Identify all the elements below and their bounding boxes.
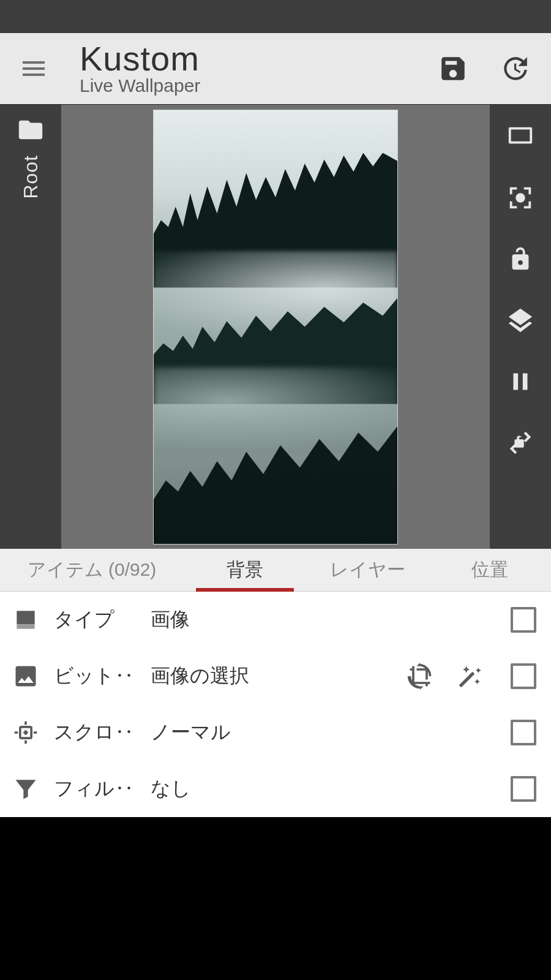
row-checkbox[interactable] <box>511 607 536 633</box>
app-subtitle: Live Wallpaper <box>80 75 416 96</box>
menu-button[interactable] <box>6 41 61 96</box>
magic-button[interactable] <box>453 659 487 693</box>
crop-rotate-icon <box>407 663 433 690</box>
filter-icon <box>10 773 42 805</box>
magic-wand-icon <box>457 663 484 690</box>
monitor-icon <box>506 123 534 151</box>
row-label: スクロ‥ <box>54 719 138 746</box>
property-row-type[interactable]: タイプ 画像 <box>0 592 551 648</box>
image-icon <box>10 660 42 692</box>
lock-open-icon <box>506 245 534 273</box>
lock-button[interactable] <box>503 242 538 276</box>
app-title: Kustom <box>80 41 416 77</box>
display-mode-button[interactable] <box>503 119 538 154</box>
layers-icon <box>506 306 534 334</box>
system-navbar <box>0 817 551 980</box>
preview-canvas[interactable] <box>153 110 398 545</box>
root-label: Root <box>20 155 42 199</box>
tab-bar: アイテム (0/92) 背景 レイヤー 位置 <box>0 549 551 592</box>
tab-layer[interactable]: レイヤー <box>306 549 429 591</box>
property-row-filter[interactable]: フィル‥ なし <box>0 761 551 817</box>
preview-canvas-wrap <box>61 105 490 549</box>
left-rail: Root <box>0 105 61 549</box>
header-title-block: Kustom Live Wallpaper <box>80 41 416 97</box>
tab-background[interactable]: 背景 <box>184 549 306 591</box>
type-icon <box>10 604 42 636</box>
preview-area: Root <box>0 104 551 549</box>
row-value: ノーマル <box>151 719 487 746</box>
history-button[interactable] <box>490 44 539 93</box>
property-row-bitmap[interactable]: ビット‥ 画像の選択 <box>0 648 551 704</box>
rotation-lock-button[interactable] <box>503 426 538 460</box>
row-value: なし <box>151 775 487 802</box>
tab-items[interactable]: アイテム (0/92) <box>0 549 184 591</box>
row-checkbox[interactable] <box>511 720 536 745</box>
row-label: タイプ <box>54 606 138 633</box>
status-bar <box>0 0 551 33</box>
pause-icon <box>506 368 534 396</box>
hamburger-icon <box>19 54 48 83</box>
row-checkbox[interactable] <box>511 776 536 802</box>
save-button[interactable] <box>429 44 478 93</box>
pause-button[interactable] <box>503 364 538 399</box>
app-header: Kustom Live Wallpaper <box>0 33 551 104</box>
focus-button[interactable] <box>503 181 538 215</box>
row-label: ビット‥ <box>54 663 138 690</box>
layers-button[interactable] <box>503 303 538 337</box>
row-label: フィル‥ <box>54 775 138 802</box>
history-icon <box>499 53 530 84</box>
tab-position[interactable]: 位置 <box>429 549 551 591</box>
row-value: 画像 <box>151 606 487 633</box>
property-row-scroll[interactable]: スクロ‥ ノーマル <box>0 704 551 761</box>
folder-icon <box>17 116 45 144</box>
center-focus-icon <box>506 184 534 212</box>
row-value: 画像の選択 <box>151 663 387 690</box>
property-list: タイプ 画像 ビット‥ 画像の選択 スクロ‥ ノーマル フィル‥ なし <box>0 592 551 817</box>
rotation-lock-icon <box>506 429 534 457</box>
crop-button[interactable] <box>403 659 437 693</box>
scroll-icon <box>10 717 42 748</box>
row-checkbox[interactable] <box>511 663 536 689</box>
right-rail <box>490 105 551 549</box>
root-button[interactable] <box>17 116 45 146</box>
save-icon <box>438 53 468 84</box>
